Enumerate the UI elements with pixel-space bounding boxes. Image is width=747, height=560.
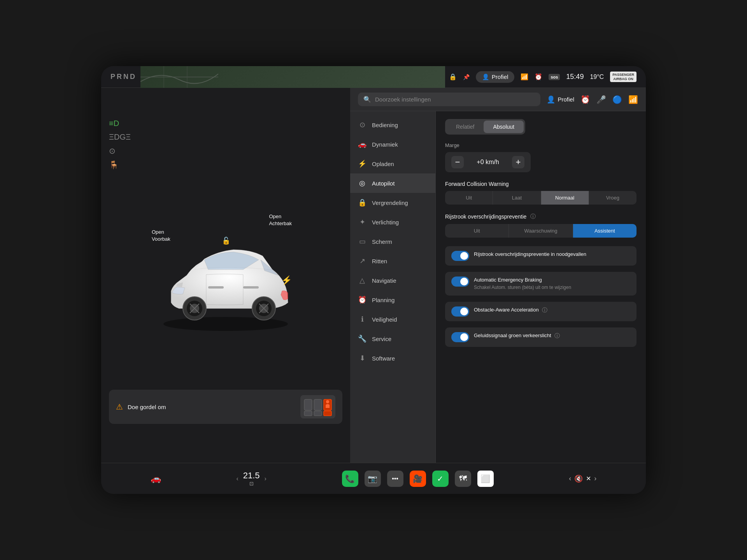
tpms-icon: ΞDGΞ — [109, 133, 131, 142]
tesla-display: PRND 205 km 🔒 📌 👤 Profiel 📶 — [101, 66, 646, 494]
toggle-oaa-text: Obstacle-Aware Acceleration ⓘ — [474, 306, 630, 314]
lane-waarschuwing[interactable]: Waarschuwing — [509, 224, 573, 238]
bluetooth-icon[interactable]: 🔵 — [612, 95, 622, 104]
wifi-settings-icon[interactable]: 📶 — [628, 95, 638, 104]
pin-icon: 📌 — [463, 74, 470, 80]
profile-button[interactable]: 👤 Profiel — [476, 71, 515, 83]
lane-uit[interactable]: Uit — [445, 224, 509, 238]
mic-icon[interactable]: 🎤 — [596, 95, 606, 104]
search-bar[interactable]: 🔍 Doorzoek instellingen — [358, 93, 540, 106]
car-visual: Open Voorbak Open Achterbak 🔓 ⚡ — [128, 198, 323, 353]
menu-item-opladen[interactable]: ⚡ Opladen — [350, 154, 435, 173]
ritten-icon: ↗ — [358, 257, 366, 265]
lane-assistent[interactable]: Assistent — [573, 224, 637, 238]
warning-triangle-icon: ⚠ — [116, 402, 123, 411]
toggle-lane-emergency-switch[interactable] — [451, 251, 469, 261]
settings-menu: ⊙ Bediening 🚗 Dynamiek ⚡ Opladen ◎ Autop… — [350, 111, 436, 463]
menu-item-vergrendeling[interactable]: 🔒 Vergrendeling — [350, 193, 435, 212]
lane-section: Rijstrook overschrijdingspreventie ⓘ Uit… — [445, 213, 637, 238]
bediening-icon: ⊙ — [358, 121, 366, 129]
menu-item-bediening[interactable]: ⊙ Bediening — [350, 115, 435, 135]
menu-label-dynamiek: Dynamiek — [372, 141, 398, 148]
menu-item-verlichting[interactable]: ✦ Verlichting — [350, 212, 435, 232]
svg-rect-17 — [304, 411, 312, 416]
alarm-header-icon[interactable]: ⏰ — [580, 95, 590, 104]
toggle-aeb: Automatic Emergency Braking Schakel Auto… — [445, 272, 637, 296]
fcw-button-group: Uit Laat Normaal Vroeg — [445, 191, 637, 205]
camera-app[interactable]: 📷 — [365, 471, 381, 487]
headlight-icon: ≡D — [109, 119, 131, 128]
gear-display: PRND — [110, 73, 137, 81]
toggle-oaa-switch[interactable] — [451, 306, 469, 317]
menu-label-service: Service — [372, 336, 391, 342]
search-input[interactable]: Doorzoek instellingen — [375, 96, 431, 103]
nav-prev[interactable]: ‹ — [569, 474, 571, 483]
toggle-green-light-text: Geluidssignaal groen verkeerslicht ⓘ — [474, 332, 630, 340]
more-apps[interactable]: ••• — [387, 471, 403, 487]
profile-header-btn[interactable]: 👤 Profiel — [547, 95, 574, 104]
menu-label-bediening: Bediening — [372, 122, 398, 128]
menu-item-autopilot[interactable]: ◎ Autopilot — [350, 173, 435, 193]
alarm-icon: ⏰ — [535, 73, 542, 80]
marge-plus-btn[interactable]: + — [512, 156, 524, 168]
marge-minus-btn[interactable]: − — [451, 156, 464, 168]
temp-left-arrow[interactable]: ‹ — [236, 475, 238, 482]
dashcam-app[interactable]: 🎥 — [410, 471, 426, 487]
marge-section: Marge − +0 km/h + — [445, 142, 637, 172]
menu-item-planning[interactable]: ⏰ Planning — [350, 290, 435, 310]
verlichting-icon: ✦ — [358, 218, 366, 226]
planning-icon: ⏰ — [358, 296, 366, 304]
open-achterbak-label[interactable]: Open Achterbak — [269, 213, 292, 227]
opladen-icon: ⚡ — [358, 159, 366, 168]
fcw-vroeg[interactable]: Vroeg — [589, 191, 637, 205]
menu-label-veiligheid: Veiligheid — [372, 316, 397, 323]
oaa-info-icon[interactable]: ⓘ — [542, 306, 547, 314]
svg-rect-15 — [243, 286, 259, 289]
menu-label-navigatie: Navigatie — [372, 277, 396, 284]
mute-x: ✕ — [586, 475, 591, 482]
svg-rect-16 — [304, 399, 312, 410]
settings-header: 🔍 Doorzoek instellingen 👤 Profiel ⏰ 🎤 🔵 … — [350, 88, 646, 111]
fcw-laat[interactable]: Laat — [493, 191, 541, 205]
menu-item-software[interactable]: ⬇ Software — [350, 348, 435, 368]
menu-item-veiligheid[interactable]: ℹ Veiligheid — [350, 310, 435, 329]
tab-absoluut[interactable]: Absoluut — [484, 121, 523, 133]
temp-right-arrow[interactable]: › — [265, 475, 267, 482]
open-voorbak-label[interactable]: Open Voorbak — [152, 229, 170, 243]
menu-item-navigatie[interactable]: △ Navigatie — [350, 271, 435, 290]
menu-label-software: Software — [372, 355, 395, 362]
maps-app[interactable]: 🗺 — [455, 471, 471, 487]
toggle-green-light-switch[interactable] — [451, 332, 469, 342]
car-icon: 🚗 — [151, 474, 161, 484]
tasks-app[interactable]: ✓ — [432, 471, 449, 487]
menu-item-service[interactable]: 🔧 Service — [350, 329, 435, 348]
car-home-icon[interactable]: 🚗 — [151, 474, 161, 484]
menu-label-opladen: Opladen — [372, 161, 394, 167]
marge-value: +0 km/h — [470, 159, 506, 166]
green-light-info-icon[interactable]: ⓘ — [554, 332, 560, 340]
lane-title: Rijstrook overschrijdingspreventie ⓘ — [445, 213, 637, 220]
car-lock-indicator: 🔓 — [222, 236, 230, 245]
toggle-aeb-switch[interactable] — [451, 276, 469, 287]
phone-app[interactable]: 📞 — [342, 471, 358, 487]
bottom-bar: 🚗 ‹ 21.5 ⊡ › 📞 📷 ••• 🎥 ✓ 🗺 ⬜ ‹ 🔇 ✕ › — [101, 463, 646, 494]
wifi-icon: 📶 — [521, 73, 528, 80]
header-icons: 👤 Profiel ⏰ 🎤 🔵 📶 — [547, 95, 638, 104]
lane-info-icon[interactable]: ⓘ — [530, 213, 536, 220]
menu-item-dynamiek[interactable]: 🚗 Dynamiek — [350, 135, 435, 154]
volume-icon[interactable]: 🔇 — [574, 474, 583, 483]
home-app[interactable]: ⬜ — [477, 471, 494, 487]
menu-item-scherm[interactable]: ▭ Scherm — [350, 232, 435, 251]
map-preview[interactable] — [140, 66, 445, 88]
scherm-icon: ▭ — [358, 237, 366, 246]
lane-button-group: Uit Waarschuwing Assistent — [445, 224, 637, 238]
speed-offset-tabs: Relatief Absoluut — [445, 119, 525, 135]
nav-next[interactable]: › — [594, 474, 596, 483]
autopilot-icon: ◎ — [358, 179, 366, 187]
fcw-uit[interactable]: Uit — [445, 191, 493, 205]
toggle-aeb-text: Automatic Emergency Braking Schakel Auto… — [474, 276, 630, 291]
fcw-normaal[interactable]: Normaal — [541, 191, 589, 205]
tab-relatief[interactable]: Relatief — [447, 121, 484, 133]
veiligheid-icon: ℹ — [358, 315, 366, 324]
menu-item-ritten[interactable]: ↗ Ritten — [350, 251, 435, 271]
